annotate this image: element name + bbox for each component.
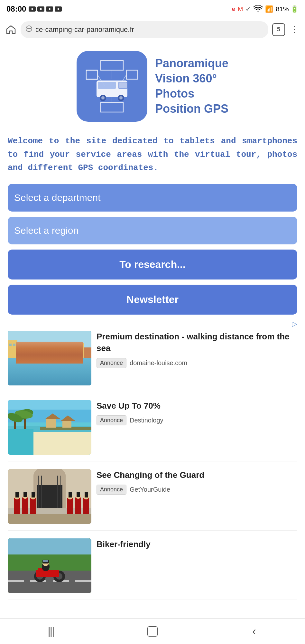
logo-line4: Position GPS (155, 101, 228, 117)
ad-item-1[interactable]: Premium destination - walking distance f… (8, 331, 297, 392)
menu-button[interactable]: ⋮ (289, 24, 300, 34)
logo-text: Panoramique Vision 360° Photos Position … (155, 56, 228, 116)
ad-title-3: See Changing of the Guard (97, 469, 297, 481)
ad-tag-row-1: Annonce domaine-louise.com (97, 358, 297, 368)
youtube-icon (29, 6, 36, 12)
bottom-nav: ||| ‹ (0, 618, 305, 644)
status-bar: 08:00 e M ✓ 📶 81% 🔋 (0, 0, 305, 18)
ad-image-1 (8, 331, 91, 385)
svg-rect-30 (8, 366, 91, 385)
home-nav-icon (147, 626, 158, 637)
ad-image-2 (8, 400, 91, 455)
status-icons (29, 6, 62, 12)
ad-image-4 (8, 538, 91, 593)
ad-item-4[interactable]: Biker-friendly (8, 538, 297, 600)
svg-rect-36 (51, 348, 59, 366)
nav-back-button[interactable]: ‹ (238, 622, 270, 641)
svg-rect-75 (14, 498, 20, 514)
ad-title-4: Biker-friendly (97, 538, 297, 550)
logo-line2: Vision 360° (155, 71, 217, 86)
svg-rect-42 (13, 344, 15, 346)
svg-rect-92 (85, 492, 88, 497)
ad-source-2: Destinology (130, 417, 163, 424)
svg-rect-65 (8, 429, 33, 455)
ad-tag-row-3: Annonce GetYourGuide (97, 485, 297, 495)
ad-item-2[interactable]: Save Up To 70% Annonce Destinology (8, 400, 297, 461)
svg-rect-60 (40, 427, 91, 430)
svg-rect-61 (46, 419, 56, 428)
ad-content-3: See Changing of the Guard Annonce GetYou… (97, 469, 297, 495)
back-icon: ‹ (252, 625, 256, 638)
svg-rect-44 (27, 345, 30, 348)
browser-bar: ce-camping-car-panoramique.fr 5 ⋮ (0, 18, 305, 41)
ad-image-3 (8, 469, 91, 524)
svg-rect-15 (101, 102, 123, 112)
svg-rect-40 (84, 347, 91, 366)
svg-rect-87 (75, 497, 81, 514)
svg-rect-89 (77, 492, 80, 497)
svg-rect-78 (22, 497, 28, 514)
ad-item-3[interactable]: See Changing of the Guard Annonce GetYou… (8, 469, 297, 531)
annonce-badge-1: Annonce (97, 358, 126, 368)
svg-rect-54 (33, 432, 91, 455)
address-bar[interactable]: ce-camping-car-panoramique.fr (21, 21, 268, 38)
svg-rect-96 (8, 580, 24, 582)
svg-rect-22 (98, 82, 116, 89)
svg-rect-41 (9, 344, 12, 346)
logo-box (77, 51, 147, 122)
tab-count[interactable]: 5 (272, 23, 285, 36)
newsletter-button[interactable]: Newsletter (8, 285, 297, 315)
gmail-icon: M (238, 5, 243, 13)
svg-rect-86 (69, 492, 72, 497)
svg-rect-10 (86, 70, 97, 79)
svg-rect-34 (35, 347, 43, 366)
recent-apps-icon: ||| (48, 625, 54, 637)
nav-recent-button[interactable]: ||| (35, 622, 67, 641)
svg-rect-45 (8, 368, 91, 384)
research-button[interactable]: To research... (8, 250, 297, 279)
time-display: 08:00 (6, 5, 26, 14)
welcome-text: Welcome to the site dedicated to tablets… (8, 135, 297, 175)
svg-rect-39 (76, 343, 84, 366)
ad-indicator-icon: ▷ (292, 320, 297, 328)
battery-display: 81% 🔋 (276, 5, 299, 13)
svg-rect-32 (17, 345, 26, 366)
youtube-icon4 (55, 6, 62, 12)
ebay-icon: e (232, 6, 235, 13)
svg-rect-70 (37, 485, 62, 508)
svg-rect-37 (59, 344, 68, 366)
svg-rect-46 (14, 369, 19, 382)
ad-section: ▷ (8, 320, 297, 600)
home-button[interactable] (5, 24, 17, 35)
ad-source-3: GetYourGuide (130, 486, 170, 493)
svg-rect-93 (8, 514, 91, 524)
svg-rect-14 (101, 61, 123, 70)
svg-rect-51 (8, 400, 91, 410)
youtube-icon2 (37, 6, 44, 12)
logo-line1: Panoramique (155, 56, 228, 71)
signal-icon: 📶 (265, 5, 273, 13)
svg-rect-84 (67, 498, 73, 514)
status-right: e M ✓ 📶 81% 🔋 (232, 5, 299, 13)
status-left: 08:00 (6, 5, 62, 14)
select-department-button[interactable]: Select a department (8, 184, 297, 212)
svg-rect-111 (43, 560, 48, 562)
url-text: ce-camping-car-panoramique.fr (35, 25, 263, 34)
logo-area: Panoramique Vision 360° Photos Position … (8, 48, 297, 125)
ad-indicator-row: ▷ (8, 320, 297, 328)
svg-rect-83 (32, 492, 35, 497)
ad-tag-row-2: Annonce Destinology (97, 415, 297, 425)
ad-content-1: Premium destination - walking distance f… (97, 331, 297, 368)
svg-rect-13 (126, 70, 138, 79)
svg-rect-77 (15, 492, 19, 497)
logo-line3: Photos (155, 86, 194, 101)
select-region-button[interactable]: Select a region (8, 217, 297, 244)
logo-svg (83, 57, 141, 115)
nav-home-button[interactable] (136, 622, 169, 641)
check-icon: ✓ (245, 5, 251, 13)
svg-rect-63 (62, 421, 71, 428)
ad-source-1: domaine-louise.com (130, 359, 187, 367)
ad-content-4: Biker-friendly (97, 538, 297, 554)
svg-rect-29 (8, 331, 91, 356)
svg-rect-27 (119, 82, 127, 88)
